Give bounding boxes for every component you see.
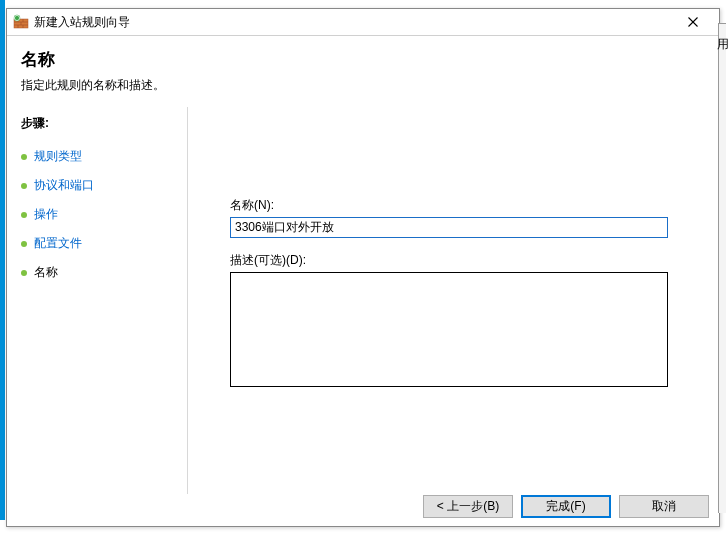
- bullet-icon: [21, 183, 27, 189]
- sidebar-item-label: 配置文件: [34, 235, 82, 252]
- firewall-icon: [13, 14, 29, 30]
- sidebar-item-label: 协议和端口: [34, 177, 94, 194]
- steps-panel: 步骤: 规则类型 协议和端口 操作 配置文件 名称: [7, 107, 187, 494]
- window-title: 新建入站规则向导: [34, 14, 673, 31]
- left-blue-strip: [0, 0, 5, 520]
- bullet-icon: [21, 270, 27, 276]
- sidebar-item-rule-type[interactable]: 规则类型: [21, 142, 176, 171]
- description-label: 描述(可选)(D):: [230, 252, 687, 269]
- background-label: 用: [717, 36, 728, 53]
- page-title: 名称: [21, 48, 705, 71]
- cancel-button[interactable]: 取消: [619, 495, 709, 518]
- steps-heading: 步骤:: [21, 115, 176, 132]
- sidebar-item-profile[interactable]: 配置文件: [21, 229, 176, 258]
- footer-area: < 上一步(B) 完成(F) 取消: [7, 486, 719, 526]
- sidebar-item-protocol-port[interactable]: 协议和端口: [21, 171, 176, 200]
- content-panel: 名称(N): 描述(可选)(D):: [187, 107, 719, 494]
- finish-button[interactable]: 完成(F): [521, 495, 611, 518]
- name-label: 名称(N):: [230, 197, 687, 214]
- name-input[interactable]: [230, 217, 668, 238]
- page-subtitle: 指定此规则的名称和描述。: [21, 77, 705, 94]
- sidebar-item-label: 名称: [34, 264, 58, 281]
- sidebar-item-name[interactable]: 名称: [21, 258, 176, 287]
- header-area: 名称 指定此规则的名称和描述。: [7, 36, 719, 106]
- bullet-icon: [21, 212, 27, 218]
- background-strip: 用: [718, 23, 726, 513]
- bullet-icon: [21, 241, 27, 247]
- bullet-icon: [21, 154, 27, 160]
- back-button[interactable]: < 上一步(B): [423, 495, 513, 518]
- titlebar: 新建入站规则向导: [7, 9, 719, 36]
- sidebar-item-action[interactable]: 操作: [21, 200, 176, 229]
- close-button[interactable]: [673, 11, 713, 33]
- description-textarea[interactable]: [230, 272, 668, 387]
- sidebar-item-label: 规则类型: [34, 148, 82, 165]
- dialog-window: 新建入站规则向导 名称 指定此规则的名称和描述。 步骤: 规则类型 协议和端口: [6, 8, 720, 527]
- close-icon: [688, 17, 698, 27]
- sidebar-item-label: 操作: [34, 206, 58, 223]
- main-area: 步骤: 规则类型 协议和端口 操作 配置文件 名称 名称: [7, 106, 719, 494]
